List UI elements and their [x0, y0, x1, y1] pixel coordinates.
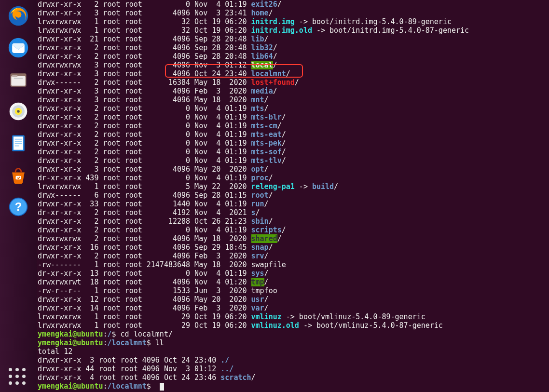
terminal-line: drwxr-xr-x 2 root root 0 Nov 4 01:19 mts… [38, 148, 549, 156]
terminal-line: drwxr-xr-x 2 root root 0 Nov 4 01:19 mts… [38, 113, 549, 122]
svg-rect-4 [12, 75, 17, 77]
thunderbird-icon[interactable] [6, 36, 30, 60]
terminal-line: drwxr-xr-x 3 root root 4096 Oct 24 23:40… [38, 356, 549, 365]
terminal-line: drwxr-xr-x 3 root root 4096 Nov 3 23:41 … [38, 9, 549, 17]
terminal-line: lrwxrwxrwx 1 root root 32 Oct 19 06:20 i… [38, 17, 549, 26]
terminal-line: drwxr-xr-x 3 root root 4096 Feb 3 2020 m… [38, 87, 549, 95]
terminal-line: drwxr-xr-x 14 root root 4096 Feb 3 2020 … [38, 304, 549, 312]
terminal-line: drwxr-xr-x 16 root root 4096 Sep 29 18:4… [38, 243, 549, 252]
writer-icon[interactable] [6, 131, 30, 155]
terminal-line: drwxr-xr-x 2 root root 0 Nov 4 01:19 scr… [38, 226, 549, 234]
terminal-line: ymengkai@ubuntu:/localmnt$ ll [38, 338, 549, 347]
terminal-line: drwxr-xr-x 2 root root 4096 Sep 28 20:48… [38, 52, 549, 61]
terminal-line: drwxrwxrwx 3 root root 4096 Nov 3 01:12 … [38, 61, 549, 69]
terminal-line: drwxr-xr-x 4 root root 4096 Oct 24 23:46… [38, 373, 549, 382]
cursor [160, 383, 164, 391]
terminal-line: dr-xr-xr-x 439 root root 0 Nov 4 01:19 p… [38, 174, 549, 182]
terminal-line: dr-xr-xr-x 13 root root 0 Nov 4 01:19 sy… [38, 269, 549, 278]
svg-text:?: ? [15, 200, 22, 213]
help-icon[interactable]: ? [6, 195, 30, 219]
terminal-line: dr-xr-xr-x 2 root root 4192 Nov 4 2021 s… [38, 208, 549, 217]
terminal-line: drwxr-xr-x 2 root root 0 Nov 4 01:19 exi… [38, 0, 549, 9]
software-icon[interactable] [6, 163, 30, 187]
terminal-line: drwxrwxrwt 18 root root 4096 Nov 4 01:20… [38, 278, 549, 286]
terminal-line: ymengkai@ubuntu:/$ cd localmnt/ [38, 330, 549, 338]
terminal-line: drwxr-xr-x 3 root root 4096 May 18 2020 … [38, 95, 549, 104]
files-icon[interactable] [6, 68, 30, 92]
terminal-line: lrwxrwxrwx 1 root root 29 Oct 19 06:20 v… [38, 312, 549, 321]
terminal-line: drwxr-xr-x 3 root root 4096 May 20 2020 … [38, 165, 549, 174]
terminal-line: -rw-r--r-- 1 root root 1533 Jun 3 2020 t… [38, 286, 549, 295]
terminal-line: -rw------- 1 root root 2147483648 May 18… [38, 260, 549, 269]
terminal-line: total 12 [38, 347, 549, 356]
terminal-line: drwxr-xr-x 44 root root 4096 Nov 3 01:12… [38, 365, 549, 373]
terminal[interactable]: drwxr-xr-x 2 root root 0 Nov 4 01:19 exi… [37, 0, 549, 392]
terminal-line: drwx------ 6 root root 4096 Sep 28 01:15… [38, 191, 549, 200]
terminal-line: lrwxrwxrwx 1 root root 5 May 22 2020 rel… [38, 182, 549, 191]
svg-rect-14 [15, 143, 22, 144]
firefox-icon[interactable] [6, 4, 30, 28]
terminal-line: drwxr-xr-x 33 root root 1440 Nov 4 01:19… [38, 200, 549, 208]
terminal-line: drwx------ 2 root root 16384 May 18 2020… [38, 78, 549, 87]
terminal-line: drwxr-xr-x 21 root root 4096 Sep 28 20:4… [38, 35, 549, 43]
svg-point-9 [17, 110, 20, 113]
terminal-line: drwxr-xr-x 2 root root 0 Nov 4 01:19 mts… [38, 122, 549, 130]
launcher-dock: ? [0, 0, 37, 392]
terminal-line: ymengkai@ubuntu:/localmnt$ [38, 382, 549, 391]
terminal-line: drwxr-xr-x 3 root root 4096 Oct 24 23:40… [38, 69, 549, 78]
svg-rect-12 [15, 139, 22, 140]
svg-rect-13 [15, 141, 22, 142]
svg-rect-15 [15, 146, 19, 147]
terminal-line: drwxr-xr-x 2 root root 0 Nov 4 01:19 mts… [38, 104, 549, 113]
terminal-line: drwxr-xr-x 2 root root 4096 Feb 3 2020 s… [38, 252, 549, 260]
rhythmbox-icon[interactable] [6, 99, 30, 123]
terminal-line: drwxr-xr-x 2 root root 0 Nov 4 01:19 mts… [38, 156, 549, 165]
svg-rect-5 [14, 78, 23, 79]
svg-rect-3 [11, 76, 25, 86]
terminal-line: drwxr-xr-x 12 root root 4096 May 20 2020… [38, 295, 549, 304]
terminal-line: drwxrwxrwx 2 root root 4096 May 18 2020 … [38, 234, 549, 243]
terminal-line: lrwxrwxrwx 1 root root 32 Oct 19 06:20 i… [38, 26, 549, 35]
terminal-line: drwxr-xr-x 2 root root 0 Nov 4 01:19 mts… [38, 139, 549, 148]
apps-button[interactable] [9, 368, 26, 385]
terminal-line: drwxr-xr-x 2 root root 0 Nov 4 01:19 mts… [38, 130, 549, 139]
terminal-line: drwxr-xr-x 2 root root 12288 Oct 26 21:2… [38, 217, 549, 226]
terminal-line: drwxr-xr-x 2 root root 4096 Sep 28 20:48… [38, 43, 549, 52]
terminal-line: lrwxrwxrwx 1 root root 29 Oct 19 06:20 v… [38, 321, 549, 330]
